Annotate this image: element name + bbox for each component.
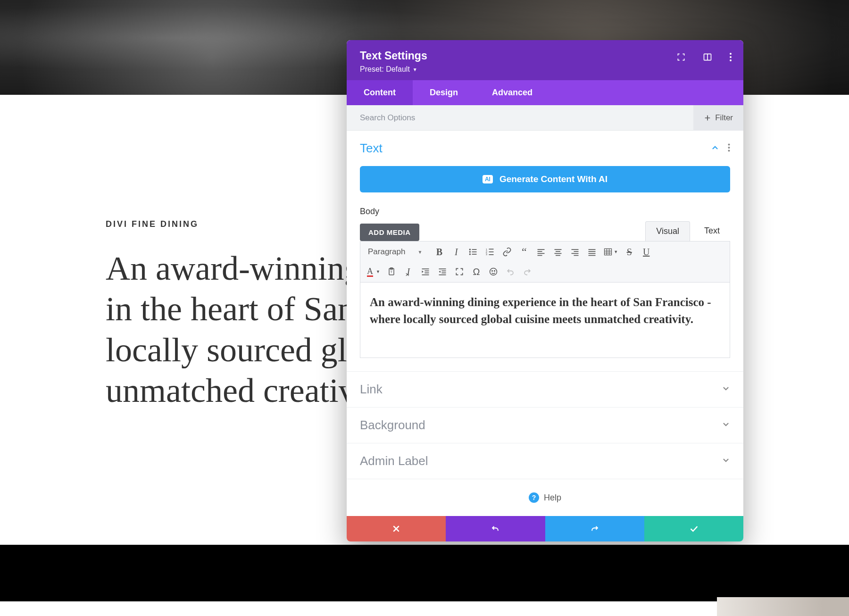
svg-text:3: 3 [486, 253, 487, 256]
svg-point-14 [469, 253, 471, 255]
underline-icon[interactable]: U [639, 244, 654, 259]
strikethrough-icon[interactable]: S [622, 244, 637, 259]
search-input[interactable] [360, 113, 693, 123]
svg-rect-48 [424, 273, 429, 274]
svg-rect-26 [555, 249, 562, 250]
section-admin-label-header[interactable]: Admin Label [347, 443, 743, 479]
svg-rect-22 [538, 249, 545, 250]
tab-advanced[interactable]: Advanced [475, 80, 549, 105]
editor-tab-visual[interactable]: Visual [645, 221, 690, 241]
body-editor[interactable]: An award-winning dining experience in th… [360, 283, 730, 358]
chevron-up-icon [711, 143, 719, 154]
svg-point-58 [494, 271, 495, 272]
svg-rect-17 [489, 249, 494, 250]
align-left-icon[interactable] [533, 244, 549, 259]
section-kebab-icon[interactable] [728, 143, 730, 154]
tab-design[interactable]: Design [413, 80, 475, 105]
svg-rect-47 [424, 271, 429, 272]
link-icon[interactable] [499, 244, 515, 259]
svg-rect-24 [538, 253, 545, 254]
align-justify-icon[interactable] [584, 244, 599, 259]
clear-formatting-icon[interactable]: I✕ [401, 264, 416, 279]
align-right-icon[interactable] [567, 244, 583, 259]
editor-tab-text[interactable]: Text [694, 221, 730, 241]
svg-rect-31 [574, 251, 579, 252]
preset-dropdown[interactable]: Preset: Default ▼ [360, 65, 730, 74]
redo-button[interactable] [545, 516, 644, 541]
section-text-header[interactable]: Text [347, 131, 743, 166]
format-select[interactable]: Paragraph ▼ [365, 245, 427, 258]
outdent-icon[interactable] [418, 264, 433, 279]
settings-tabs: Content Design Advanced [347, 80, 743, 105]
bold-icon[interactable]: B [432, 244, 447, 259]
svg-marker-55 [439, 271, 440, 273]
svg-marker-50 [422, 271, 423, 273]
add-media-button[interactable]: ADD MEDIA [360, 224, 419, 241]
svg-rect-19 [489, 251, 494, 252]
special-char-icon[interactable]: Ω [469, 264, 484, 279]
svg-rect-11 [472, 249, 477, 250]
svg-point-4 [730, 59, 732, 61]
snap-panel-icon[interactable] [703, 52, 712, 62]
help-row[interactable]: ? Help [347, 479, 743, 516]
undo-button[interactable] [446, 516, 545, 541]
caret-down-icon: ▼ [417, 250, 422, 255]
ai-badge-icon: AI [483, 175, 493, 183]
svg-rect-29 [556, 255, 560, 256]
save-button[interactable] [644, 516, 743, 541]
section-admin-label-title: Admin Label [360, 454, 428, 468]
redo-icon [520, 264, 535, 279]
text-color-icon[interactable]: A▼ [365, 264, 382, 279]
svg-rect-23 [538, 251, 542, 252]
body-label: Body [360, 207, 730, 216]
svg-rect-46 [422, 268, 429, 269]
svg-point-56 [490, 268, 497, 275]
svg-rect-27 [556, 251, 560, 252]
preset-label: Preset: Default [360, 65, 410, 74]
text-settings-modal: Text Settings Preset: Default ▼ Content … [347, 40, 743, 541]
svg-rect-35 [589, 251, 596, 252]
chevron-down-icon [722, 384, 730, 395]
section-link-header[interactable]: Link [347, 372, 743, 407]
svg-rect-30 [572, 249, 579, 250]
italic-icon[interactable]: I [449, 244, 464, 259]
help-icon: ? [529, 492, 539, 503]
help-label: Help [544, 493, 561, 503]
modal-header: Text Settings Preset: Default ▼ [347, 40, 743, 80]
svg-rect-34 [589, 249, 596, 250]
editor-toolbar: Paragraph ▼ B I 123 “ ▼ S U A▼ T [360, 241, 730, 283]
filter-label: Filter [715, 113, 733, 123]
tab-content[interactable]: Content [347, 80, 413, 105]
modal-footer [347, 516, 743, 541]
section-link-title: Link [360, 382, 383, 397]
section-admin-label: Admin Label [347, 443, 743, 479]
page-footer-band [0, 545, 849, 601]
search-row: Filter [347, 105, 743, 131]
undo-icon [503, 264, 518, 279]
generate-ai-button[interactable]: AI Generate Content With AI [360, 166, 730, 192]
quote-icon[interactable]: “ [516, 244, 532, 259]
bullet-list-icon[interactable] [466, 244, 481, 259]
kebab-menu-icon[interactable] [729, 52, 732, 62]
svg-point-8 [728, 147, 730, 149]
svg-point-10 [469, 249, 471, 250]
numbered-list-icon[interactable]: 123 [483, 244, 498, 259]
section-text-title: Text [360, 141, 383, 156]
emoji-icon[interactable] [486, 264, 501, 279]
chevron-down-icon [722, 420, 730, 431]
svg-rect-49 [422, 275, 429, 275]
generate-ai-label: Generate Content With AI [499, 174, 608, 184]
svg-rect-54 [439, 275, 446, 275]
cancel-button[interactable] [347, 516, 446, 541]
indent-icon[interactable] [435, 264, 450, 279]
svg-rect-13 [472, 251, 477, 252]
expand-icon[interactable] [676, 52, 686, 62]
paste-text-icon[interactable]: T [384, 264, 399, 279]
align-center-icon[interactable] [550, 244, 566, 259]
fullscreen-icon[interactable] [452, 264, 467, 279]
svg-rect-21 [489, 254, 494, 255]
filter-button[interactable]: Filter [693, 105, 743, 131]
table-icon[interactable]: ▼ [601, 244, 620, 259]
section-background-header[interactable]: Background [347, 408, 743, 443]
svg-point-7 [728, 143, 730, 145]
